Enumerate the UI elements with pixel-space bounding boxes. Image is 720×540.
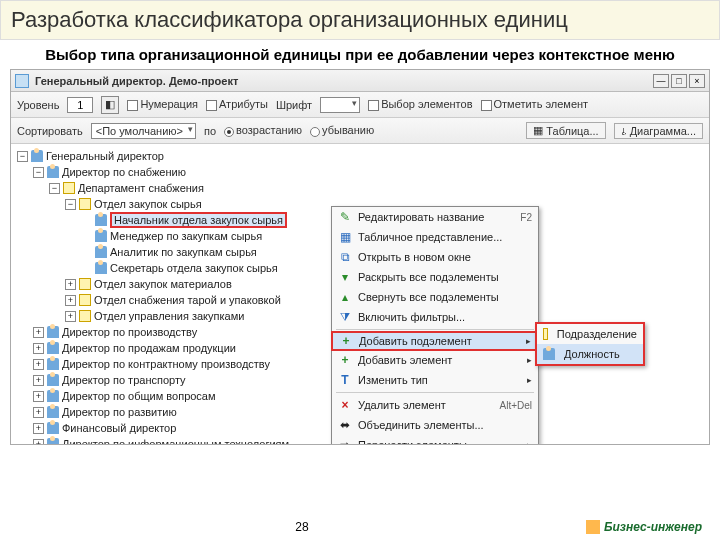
level-pick-button[interactable]: ◧ <box>101 96 119 114</box>
submenu-arrow-icon: ▸ <box>527 355 532 365</box>
titlebar: Генеральный директор. Демо-проект — □ × <box>11 70 709 92</box>
table-icon: ▦ <box>338 230 352 244</box>
ctx-add-subelement[interactable]: +Добавить подэлемент▸ <box>331 331 539 351</box>
separator <box>336 329 534 330</box>
collapse-icon: ▴ <box>338 290 352 304</box>
attributes-label: Атрибуты <box>219 98 268 110</box>
ctx-collapse-all[interactable]: ▴Свернуть все подэлементы <box>332 287 538 307</box>
toolbar-row-1: Уровень ◧ Нумерация Атрибуты Шрифт Выбор… <box>11 92 709 118</box>
type-icon: T <box>338 373 352 387</box>
maximize-button[interactable]: □ <box>671 74 687 88</box>
brand: Бизнес-инженер <box>586 520 702 534</box>
app-window: Генеральный директор. Демо-проект — □ × … <box>10 69 710 445</box>
diagram-button[interactable]: ⫰Диаграмма... <box>614 123 703 139</box>
sort-asc-radio[interactable] <box>224 127 234 137</box>
footer: 28 Бизнес-инженер <box>0 520 720 534</box>
tree-node[interactable]: −Департамент снабжения <box>15 180 705 196</box>
slide-title: Разработка классификатора организационны… <box>0 0 720 40</box>
sort-label: Сортировать <box>17 125 83 137</box>
mark-element-checkbox[interactable] <box>481 100 492 111</box>
sort-select[interactable]: <По умолчанию> <box>91 123 196 139</box>
table-button[interactable]: ▦Таблица... <box>526 122 605 139</box>
sort-by-label: по <box>204 125 216 137</box>
select-elements-label: Выбор элементов <box>381 98 472 110</box>
font-select[interactable] <box>320 97 360 113</box>
tree-node[interactable]: −Генеральный директор <box>15 148 705 164</box>
slide-subtitle: Выбор типа организационной единицы при е… <box>0 40 720 67</box>
tree-node[interactable]: −Директор по снабжению <box>15 164 705 180</box>
sort-asc-label: возрастанию <box>236 124 302 136</box>
level-label: Уровень <box>17 99 59 111</box>
ctx-move-elements[interactable]: ⇨Перенести элементы▸ <box>332 435 538 444</box>
ctx-table-view[interactable]: ▦Табличное представление... <box>332 227 538 247</box>
sort-desc-radio[interactable] <box>310 127 320 137</box>
table-icon: ▦ <box>533 124 543 137</box>
ctx-enable-filters[interactable]: ⧩Включить фильтры... <box>332 307 538 327</box>
ctx-edit-name[interactable]: ✎Редактировать названиеF2 <box>332 207 538 227</box>
mark-element-label: Отметить элемент <box>494 98 589 110</box>
sort-desc-label: убыванию <box>322 124 374 136</box>
font-label: Шрифт <box>276 99 312 111</box>
context-menu: ✎Редактировать названиеF2 ▦Табличное пре… <box>331 206 539 444</box>
numbering-checkbox[interactable] <box>127 100 138 111</box>
app-icon <box>15 74 29 88</box>
submenu-arrow-icon: ▸ <box>527 440 532 444</box>
level-input[interactable] <box>67 97 93 113</box>
pencil-icon: ✎ <box>338 210 352 224</box>
merge-icon: ⬌ <box>338 418 352 432</box>
move-icon: ⇨ <box>338 438 352 444</box>
page-number: 28 <box>295 520 308 534</box>
submenu-department[interactable]: Подразделение <box>537 324 643 344</box>
department-icon <box>543 328 548 340</box>
ctx-merge-elements[interactable]: ⬌Объединить элементы... <box>332 415 538 435</box>
toolbar-row-2: Сортировать <По умолчанию> по возрастани… <box>11 118 709 144</box>
delete-icon: × <box>338 398 352 412</box>
attributes-checkbox[interactable] <box>206 100 217 111</box>
minimize-button[interactable]: — <box>653 74 669 88</box>
separator <box>336 392 534 393</box>
window-title: Генеральный директор. Демо-проект <box>35 75 653 87</box>
ctx-delete-element[interactable]: ×Удалить элементAlt+Del <box>332 395 538 415</box>
submenu-arrow-icon: ▸ <box>527 375 532 385</box>
submenu-arrow-icon: ▸ <box>526 336 531 346</box>
select-elements-checkbox[interactable] <box>368 100 379 111</box>
ctx-change-type[interactable]: TИзменить тип▸ <box>332 370 538 390</box>
close-button[interactable]: × <box>689 74 705 88</box>
filter-icon: ⧩ <box>338 310 352 324</box>
numbering-label: Нумерация <box>140 98 198 110</box>
ctx-add-element[interactable]: +Добавить элемент▸ <box>332 350 538 370</box>
add-subelement-submenu: Подразделение Должность <box>535 322 645 366</box>
window-icon: ⧉ <box>338 250 352 264</box>
ctx-open-new-window[interactable]: ⧉Открыть в новом окне <box>332 247 538 267</box>
diagram-icon: ⫰ <box>621 125 627 137</box>
expand-icon: ▾ <box>338 270 352 284</box>
position-icon <box>543 348 555 360</box>
plus-icon: + <box>338 353 352 367</box>
brand-icon <box>586 520 600 534</box>
submenu-position[interactable]: Должность <box>537 344 643 364</box>
plus-icon: + <box>339 334 353 348</box>
org-tree[interactable]: −Генеральный директор −Директор по снабж… <box>11 144 709 444</box>
ctx-expand-all[interactable]: ▾Раскрыть все подэлементы <box>332 267 538 287</box>
